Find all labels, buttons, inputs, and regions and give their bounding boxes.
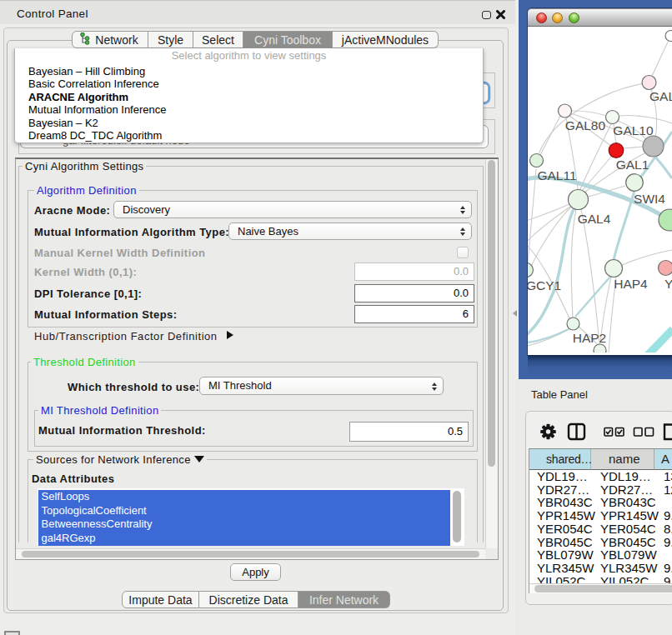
svg-text:GAL11: GAL11 [537, 168, 576, 182]
svg-text:GCY1: GCY1 [528, 278, 561, 292]
svg-text:SWI4: SWI4 [634, 192, 665, 206]
svg-text:GAL80: GAL80 [565, 118, 606, 132]
svg-text:GAL2: GAL2 [649, 89, 672, 103]
svg-text:Y: Y [664, 277, 672, 291]
svg-text:GAL10: GAL10 [613, 123, 654, 138]
svg-text:HAP4: HAP4 [614, 277, 648, 291]
svg-text:GAL1: GAL1 [616, 158, 649, 172]
svg-text:GAL4: GAL4 [578, 212, 611, 226]
svg-text:HAP2: HAP2 [573, 331, 607, 345]
